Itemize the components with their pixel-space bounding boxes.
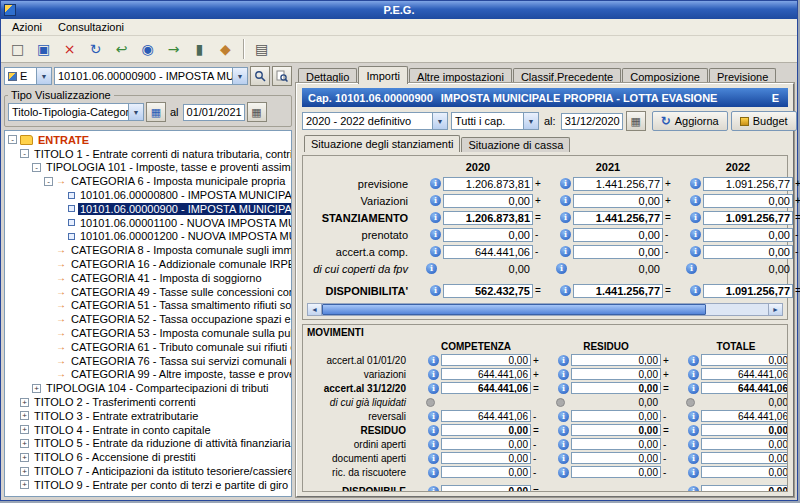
chapter-combo[interactable]: 10101.06.00000900 - IMPOSTA MUNICIPALE P… xyxy=(54,67,248,85)
value-box[interactable]: 0,00 xyxy=(701,438,788,450)
value-box[interactable]: 562.432,75 xyxy=(443,284,533,298)
chevron-down-icon[interactable]: ▼ xyxy=(432,113,447,129)
value-box[interactable]: 0,00 xyxy=(701,485,788,492)
value-box[interactable]: 644.441,06 xyxy=(441,382,531,394)
refresh-button[interactable]: ↻ xyxy=(83,38,108,60)
info-icon[interactable]: i xyxy=(686,263,697,274)
undo-button[interactable]: ↩ xyxy=(109,38,134,60)
info-icon[interactable]: i xyxy=(688,383,699,394)
scrollbar-thumb[interactable] xyxy=(322,304,706,315)
cap-filter-combo[interactable]: Tutti i cap. ▼ xyxy=(451,112,539,130)
gray-dot-icon[interactable] xyxy=(556,398,565,407)
value-box[interactable]: 1.441.256,77 xyxy=(573,177,663,191)
info-icon[interactable]: i xyxy=(558,439,569,450)
gray-dot-icon[interactable] xyxy=(426,398,435,407)
expander-icon[interactable]: - xyxy=(32,163,41,172)
tree-node[interactable]: →CATEGORIA 41 - Imposta di soggiorno xyxy=(8,271,291,285)
info-icon[interactable]: i xyxy=(558,383,569,394)
expander-icon[interactable]: + xyxy=(20,411,29,420)
value-box[interactable]: 0,00 xyxy=(571,424,661,436)
info-icon[interactable]: i xyxy=(688,453,699,464)
info-icon[interactable]: i xyxy=(430,212,441,223)
tree-node[interactable]: +TITOLO 3 - Entrate extratributarie xyxy=(8,409,291,423)
info-icon[interactable]: i xyxy=(688,467,699,478)
value-box[interactable]: 0,00 xyxy=(573,228,663,242)
value-box[interactable]: 644.441,06 xyxy=(443,245,533,259)
value-box[interactable]: 644.441,06 xyxy=(701,410,788,422)
value-box[interactable]: 0,00 xyxy=(441,485,531,492)
value-box[interactable]: 0,00 xyxy=(441,466,531,478)
info-icon[interactable]: i xyxy=(690,285,701,296)
tab-altre-impostazioni[interactable]: Altre impostazioni xyxy=(409,68,512,84)
value-box[interactable]: 1.091.256,77 xyxy=(703,284,793,298)
info-icon[interactable]: i xyxy=(428,369,439,380)
value-box[interactable]: 0,00 xyxy=(443,194,533,208)
tree-node[interactable]: 10101.06.00001100 - NUOVA IMPOSTA MUNICI… xyxy=(8,216,291,230)
value-box[interactable]: 644.441,06 xyxy=(441,410,531,422)
trash-button[interactable]: ▮ xyxy=(187,38,212,60)
tree-node[interactable]: 10101.06.00000800 - IMPOSTA MUNICIPALE P… xyxy=(8,188,291,202)
tree-node[interactable]: 10101.06.00001200 - NUOVA IMPOSTA MUNICI… xyxy=(8,230,291,244)
info-icon[interactable]: i xyxy=(690,229,701,240)
search-button[interactable] xyxy=(250,66,270,86)
menu-item-azioni[interactable]: Azioni xyxy=(5,20,49,34)
info-icon[interactable]: i xyxy=(558,453,569,464)
calendar-button[interactable]: ▦ xyxy=(626,111,646,131)
value-box[interactable]: 0,00 xyxy=(441,354,531,366)
info-icon[interactable]: i xyxy=(688,439,699,450)
tree-node[interactable]: 10101.06.00000900 - IMPOSTA MUNICIPALE P… xyxy=(8,202,291,216)
horizontal-scrollbar[interactable]: ◄ ► xyxy=(307,303,783,316)
tab-dettaglio[interactable]: Dettaglio xyxy=(298,68,357,84)
tipo-combo[interactable]: Titolo-Tipologia-Categoria ▼ xyxy=(8,103,144,121)
info-icon[interactable]: i xyxy=(688,411,699,422)
expander-icon[interactable]: + xyxy=(20,398,29,407)
scroll-left-button[interactable]: ◄ xyxy=(308,304,322,315)
value-box[interactable]: 0,00 xyxy=(443,228,533,242)
bilancio-combo[interactable]: 2020 - 2022 definitivo ▼ xyxy=(302,112,448,130)
subtab-situazione-degli-stanziamenti[interactable]: Situazione degli stanziamenti xyxy=(304,135,460,152)
expander-icon[interactable]: + xyxy=(20,425,29,434)
info-icon[interactable]: i xyxy=(690,212,701,223)
title-bar[interactable]: P.E.G. xyxy=(1,1,797,19)
info-icon[interactable]: i xyxy=(688,486,699,493)
tree-node[interactable]: +TITOLO 5 - Entrate da riduzione di atti… xyxy=(8,437,291,451)
print-button[interactable]: ▤ xyxy=(249,38,274,60)
value-box[interactable]: 0,00 xyxy=(703,194,793,208)
value-box[interactable]: 0,00 xyxy=(573,245,663,259)
tree-node[interactable]: →CATEGORIA 16 - Addizionale comunale IRP… xyxy=(8,257,291,271)
tree-node[interactable]: →CATEGORIA 53 - Imposta comunale sulla p… xyxy=(8,326,291,340)
info-icon[interactable]: i xyxy=(560,195,571,206)
new-document-button[interactable]: □ xyxy=(5,38,30,60)
situation-date-input[interactable]: 31/12/2020 xyxy=(561,113,623,130)
expander-icon[interactable]: - xyxy=(20,149,29,158)
info-icon[interactable]: i xyxy=(688,355,699,366)
value-box[interactable]: 0,00 xyxy=(571,410,661,422)
value-box[interactable]: 0,00 xyxy=(701,424,788,436)
info-icon[interactable]: i xyxy=(428,383,439,394)
tree-node[interactable]: →CATEGORIA 52 - Tassa occupazione spazi … xyxy=(8,312,291,326)
tree-node[interactable]: →CATEGORIA 49 - Tasse sulle concessioni … xyxy=(8,285,291,299)
tree-node[interactable]: +TITOLO 9 - Entrate per conto di terzi e… xyxy=(8,478,291,492)
chevron-down-icon[interactable]: ▼ xyxy=(36,68,51,84)
info-icon[interactable]: i xyxy=(428,411,439,422)
value-box[interactable]: 0,00 xyxy=(571,354,661,366)
tree-node[interactable]: +TITOLO 2 - Trasferimenti correnti xyxy=(8,395,291,409)
expander-icon[interactable]: + xyxy=(20,480,29,489)
info-icon[interactable]: i xyxy=(688,425,699,436)
clean-button[interactable]: ◆ xyxy=(213,38,238,60)
value-box[interactable]: 0,00 xyxy=(571,382,661,394)
reload-tree-button[interactable]: ▦ xyxy=(146,102,166,122)
value-box[interactable]: 0,00 xyxy=(571,466,661,478)
info-icon[interactable]: i xyxy=(688,369,699,380)
value-box[interactable]: 0,00 xyxy=(701,466,788,478)
info-icon[interactable]: i xyxy=(428,439,439,450)
info-icon[interactable]: i xyxy=(690,195,701,206)
world-button[interactable]: ◉ xyxy=(135,38,160,60)
chevron-down-icon[interactable]: ▼ xyxy=(523,113,538,129)
info-icon[interactable]: i xyxy=(428,425,439,436)
info-icon[interactable]: i xyxy=(430,195,441,206)
tree-node[interactable]: -ENTRATE xyxy=(8,133,291,147)
info-icon[interactable]: i xyxy=(428,355,439,366)
value-box[interactable]: 644.441,06 xyxy=(441,368,531,380)
info-icon[interactable]: i xyxy=(430,285,441,296)
